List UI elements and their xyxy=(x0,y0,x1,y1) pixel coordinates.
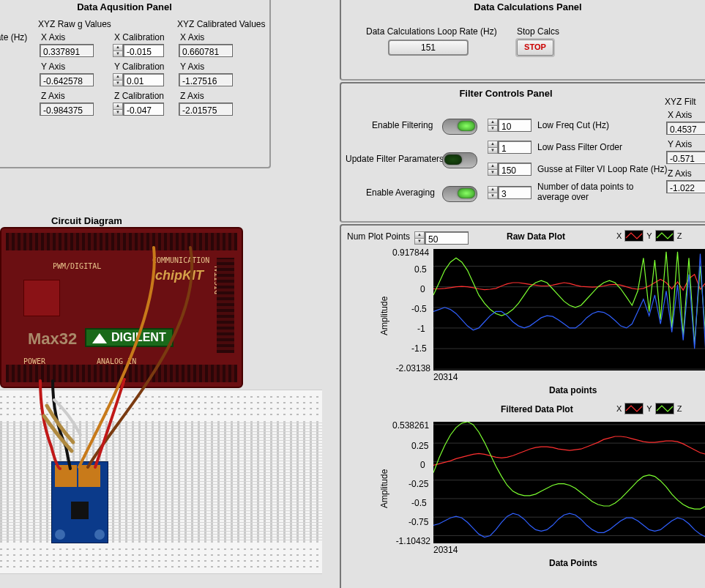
enable-filtering-label: Enable Filtering xyxy=(372,120,433,130)
filt-out-z-label: Z Axis xyxy=(668,168,692,179)
enable-averaging-label: Enable Averaging xyxy=(366,187,435,198)
enable-filtering-toggle[interactable] xyxy=(442,119,477,135)
num-plot-points-spinner[interactable]: ▲▼ xyxy=(414,231,425,245)
loop-rate-label: p Rate (Hz) xyxy=(0,32,27,42)
raw-y2: 0 xyxy=(420,284,425,294)
out-y-label: Y Axis xyxy=(180,62,204,72)
update-params-toggle[interactable] xyxy=(442,152,477,168)
raw-ymax: 0.917844 xyxy=(392,248,429,258)
out-x-label: X Axis xyxy=(180,32,204,42)
num-plot-points-value[interactable]: 50 xyxy=(425,231,469,245)
filt-ymin: -1.10432 xyxy=(392,536,430,546)
calcs-title: Data Calculations Panel xyxy=(341,1,705,12)
avg-points-spinner[interactable]: ▲▼ xyxy=(488,186,498,199)
board-mfr: DIGILENT xyxy=(85,328,174,347)
filter-controls-panel: Filter Controls Panel Enable Filtering U… xyxy=(340,82,705,223)
raw-x-label: X Axis xyxy=(41,32,65,42)
low-freq-spinner[interactable]: ▲▼ xyxy=(488,119,498,132)
raw-ylabel: Amplitude xyxy=(379,297,389,335)
low-freq-label: Low Freq Cut (Hz) xyxy=(537,120,609,130)
calcs-loop-rate-label: Data Calculations Loop Rate (Hz) xyxy=(366,26,497,37)
filt-out-x-label: X Axis xyxy=(668,110,692,120)
raw-y4: -1 xyxy=(417,324,425,334)
avg-points-value[interactable]: 3 xyxy=(498,186,531,199)
low-freq-value[interactable]: 10 xyxy=(498,119,531,132)
filtered-data-plot[interactable] xyxy=(433,422,705,543)
raw-ymin: -2.03138 xyxy=(392,363,430,373)
filt-y3: -0.25 xyxy=(409,479,428,489)
filt-out-x-value: 0.4537 xyxy=(666,122,705,135)
update-params-label: Update Filter Paramaters xyxy=(346,154,444,164)
raw-x-value: 0.337891 xyxy=(40,44,94,57)
cal-y-spinner[interactable]: ▲▼ xyxy=(113,73,123,86)
filt-y2: 0 xyxy=(420,460,425,470)
raw-xlabel: Data points xyxy=(549,385,597,395)
stop-calcs-button[interactable]: STOP xyxy=(517,40,553,56)
filt-xlabel: Data Points xyxy=(549,558,597,568)
filt-legend-y-label: Y xyxy=(646,404,652,413)
order-label: Low Pass Filter Order xyxy=(537,142,622,152)
board-lbl-comm: COMMUNICATION xyxy=(152,256,209,264)
raw-y5: -1.5 xyxy=(411,343,427,354)
raw-y-label: Y Axis xyxy=(41,62,65,72)
gusse-value[interactable]: 150 xyxy=(498,163,531,176)
circuit-title: Circuit Diagram xyxy=(51,215,122,226)
raw-legend-x-label: X xyxy=(616,231,622,240)
raw-x0: 20314 xyxy=(433,372,458,382)
raw-z-label: Z Axis xyxy=(41,91,65,101)
daq-title: Data Aqusition Panel xyxy=(0,1,269,12)
filt-legend: X Y Z xyxy=(616,403,682,414)
filt-legend-x-icon xyxy=(624,403,644,414)
filt-out-header: XYZ Filt xyxy=(665,97,696,107)
filt-legend-z-label: Z xyxy=(677,404,682,413)
raw-legend-z-label: Z xyxy=(677,231,682,240)
out-x-value: 0.660781 xyxy=(179,44,233,57)
order-value[interactable]: 1 xyxy=(498,141,531,154)
filt-out-y-value: -0.571 xyxy=(666,151,705,164)
cal-x-value[interactable]: -0.015 xyxy=(123,44,164,57)
raw-data-plot[interactable] xyxy=(433,249,705,371)
pmodacl-module xyxy=(51,461,108,543)
raw-y1: 0.5 xyxy=(414,264,427,275)
filt-out-z-value: -1.022 xyxy=(666,180,705,193)
cal-x-spinner[interactable]: ▲▼ xyxy=(113,44,123,57)
gusse-label: Gusse at Filter VI Loop Rate (Hz) xyxy=(537,164,667,174)
filt-y1: 0.25 xyxy=(411,441,428,451)
raw-plot-title: Raw Data Plot xyxy=(507,231,565,242)
filter-title: Filter Controls Panel xyxy=(341,88,671,99)
raw-header: XYZ Raw g Values xyxy=(38,19,111,29)
cal-y-label: Y Calibration xyxy=(114,62,164,72)
order-spinner[interactable]: ▲▼ xyxy=(488,141,498,154)
calcs-loop-rate-value: 151 xyxy=(388,40,469,56)
raw-legend-y-label: Y xyxy=(646,231,652,240)
enable-averaging-toggle[interactable] xyxy=(442,186,477,202)
raw-legend: X Y Z xyxy=(616,230,682,242)
cal-z-value[interactable]: -0.047 xyxy=(123,103,164,116)
plots-panel: Num Plot Points ▲▼ 50 Raw Data Plot X Y … xyxy=(340,224,705,588)
filt-out-y-label: Y Axis xyxy=(668,139,692,149)
filt-y5: -0.75 xyxy=(409,517,428,527)
out-y-value: -1.27516 xyxy=(179,73,233,86)
num-plot-points-label: Num Plot Points xyxy=(347,231,410,242)
board-lbl-pwm: PWM/DIGITAL xyxy=(53,262,101,270)
gusse-spinner[interactable]: ▲▼ xyxy=(488,163,498,176)
cal-y-value[interactable]: 0.01 xyxy=(123,73,164,86)
out-z-value: -2.01575 xyxy=(179,103,233,116)
cal-z-spinner[interactable]: ▲▼ xyxy=(113,103,123,116)
filt-legend-y-icon xyxy=(655,403,674,414)
filt-legend-x-label: X xyxy=(616,404,622,413)
out-z-label: Z Axis xyxy=(180,91,204,101)
filt-y4: -0.5 xyxy=(411,498,427,508)
filt-x0: 20314 xyxy=(433,545,458,555)
cal-x-label: X Calibration xyxy=(114,32,165,42)
circuit-diagram: PWM/DIGITAL COMMUNICATION DIGITAL POWER … xyxy=(0,227,322,586)
stop-calcs-label: Stop Calcs xyxy=(517,26,559,37)
calout-header: XYZ Calibrated Values xyxy=(177,19,266,29)
raw-y-value: -0.642578 xyxy=(40,73,94,86)
raw-z-value: -0.984375 xyxy=(40,103,94,116)
filt-ymax: 0.538261 xyxy=(392,420,429,431)
raw-y3: -0.5 xyxy=(411,304,427,314)
filt-plot-title: Filtered Data Plot xyxy=(501,404,573,414)
board-brand: chipKIT xyxy=(155,268,204,283)
breadboard xyxy=(0,390,322,574)
